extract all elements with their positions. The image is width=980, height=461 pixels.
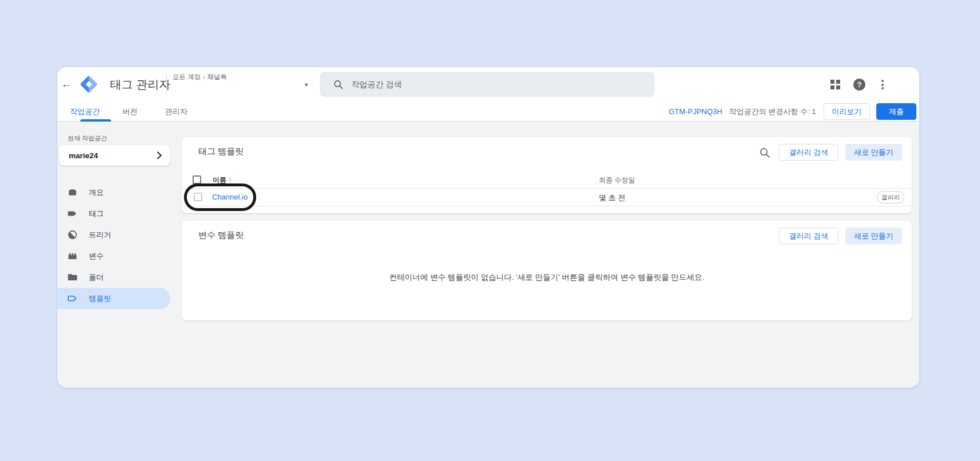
column-header-last-modified: 최종 수정일	[599, 175, 635, 185]
gtm-logo-icon	[80, 76, 97, 93]
template-icon	[67, 293, 78, 304]
search-input[interactable]	[351, 80, 626, 89]
row-checkbox[interactable]	[194, 193, 202, 201]
tag-templates-card: 태그 템플릿 갤러리 검색 새로 만들기 이름↑ 최종 수정일 Channel.…	[182, 137, 912, 213]
sidebar: 현재 작업공간 marie24 개요 태그	[57, 122, 170, 388]
app-title: 태그 관리자	[110, 77, 171, 92]
workspace-selector[interactable]: marie24	[59, 145, 170, 166]
tag-icon	[67, 208, 78, 219]
sidebar-item-overview[interactable]: 개요	[57, 182, 170, 203]
apps-grid-icon[interactable]	[830, 80, 840, 89]
sidebar-item-triggers[interactable]: 트리거	[57, 224, 170, 245]
breadcrumb-account[interactable]: 모든 계정	[173, 73, 201, 80]
gallery-badge: 갤러리	[877, 191, 904, 204]
tab-versions[interactable]: 버전	[123, 101, 138, 122]
table-header: 이름↑ 최종 수정일	[182, 173, 912, 189]
tab-admin[interactable]: 관리자	[165, 101, 187, 122]
sidebar-item-folders[interactable]: 폴더	[57, 267, 170, 288]
variable-templates-title: 변수 템플릿	[198, 230, 244, 241]
trigger-icon	[67, 229, 78, 240]
column-header-name[interactable]: 이름↑	[213, 175, 232, 185]
tag-gallery-search-button[interactable]: 갤러리 검색	[779, 144, 838, 161]
variable-icon	[67, 251, 78, 261]
variable-new-template-button[interactable]: 새로 만들기	[845, 228, 902, 244]
app-body: 현재 작업공간 marie24 개요 태그	[57, 122, 919, 388]
search-icon[interactable]	[758, 146, 771, 159]
breadcrumb[interactable]: 모든 계정›채널톡	[173, 73, 227, 81]
tag-templates-title: 태그 템플릿	[198, 146, 244, 157]
breadcrumb-separator: ›	[203, 74, 205, 80]
preview-button[interactable]: 미리보기	[824, 103, 870, 120]
template-name-link[interactable]: Channel.io	[212, 193, 248, 201]
sort-ascending-icon: ↑	[228, 176, 232, 184]
sidebar-item-templates[interactable]: 템플릿	[57, 288, 170, 309]
select-all-checkbox[interactable]	[193, 175, 201, 184]
variable-templates-empty-message: 컨테이너에 변수 템플릿이 없습니다. '새로 만들기' 버튼을 클릭하여 변수…	[182, 272, 912, 283]
sidebar-item-variables[interactable]: 변수	[57, 245, 170, 267]
workspace-search[interactable]	[320, 72, 654, 97]
folder-icon	[67, 272, 78, 283]
help-icon[interactable]: ?	[853, 79, 865, 91]
sidebar-nav: 개요 태그 트리거 변	[57, 182, 170, 309]
search-icon	[334, 80, 343, 89]
back-arrow-icon[interactable]: ←	[58, 67, 75, 101]
workspace-name: marie24	[69, 151, 156, 160]
breadcrumb-container[interactable]: 채널톡	[207, 73, 228, 80]
variable-gallery-search-button[interactable]: 갤러리 검색	[779, 228, 838, 244]
gtm-window: ← 태그 관리자 모든 계정›채널톡 ▼ ? 작업공간 버전	[57, 67, 919, 388]
tag-new-template-button[interactable]: 새로 만들기	[845, 144, 902, 161]
app-header: ← 태그 관리자 모든 계정›채널톡 ▼ ?	[57, 67, 919, 101]
breadcrumb-dropdown-caret-icon[interactable]: ▼	[304, 82, 309, 88]
container-id-link[interactable]: GTM-PJPNQ3H	[669, 101, 722, 122]
tab-bar: 작업공간 버전 관리자 GTM-PJPNQ3H 작업공간의 변경사항 수: 1 …	[57, 101, 919, 122]
workspace-changes-count: 작업공간의 변경사항 수: 1	[729, 101, 816, 122]
submit-button[interactable]: 제출	[876, 103, 916, 120]
current-workspace-label: 현재 작업공간	[68, 134, 107, 143]
chevron-right-icon	[156, 151, 162, 159]
overview-icon	[67, 187, 78, 198]
sidebar-item-tags[interactable]: 태그	[57, 203, 170, 224]
variable-templates-card: 변수 템플릿 갤러리 검색 새로 만들기 컨테이너에 변수 템플릿이 없습니다.…	[182, 221, 912, 321]
table-row[interactable]: Channel.io 몇 초 전 갤러리	[182, 189, 912, 206]
last-modified-value: 몇 초 전	[599, 193, 625, 203]
kebab-menu-icon[interactable]	[878, 79, 887, 91]
header-divider	[166, 73, 167, 97]
active-tab-underline	[80, 119, 111, 122]
tab-workspace[interactable]: 작업공간	[70, 101, 100, 122]
